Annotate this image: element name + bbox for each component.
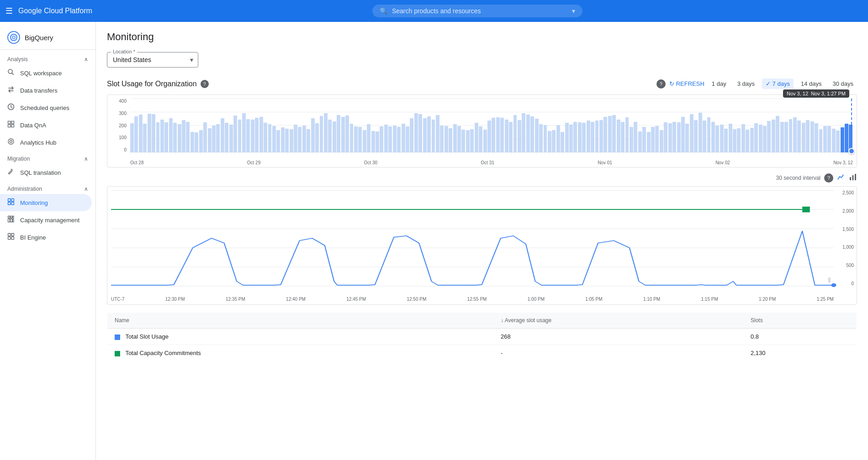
page-title: Monitoring [107,31,857,43]
bar [634,122,637,152]
bar [578,122,582,152]
bar [134,116,138,152]
bar [242,113,246,152]
bar [233,115,237,152]
svg-rect-8 [11,125,14,127]
dashed-line [851,99,852,152]
svg-rect-12 [11,199,14,202]
bar [625,117,629,152]
bar [143,124,147,152]
time-btn-7days[interactable]: 7 days [762,78,794,89]
bar [535,119,539,152]
table-header-avg-slot-usage[interactable]: ↓ Average slot usage [493,313,743,329]
bar-chart-view-icon[interactable] [849,173,857,183]
interval-label: 30 second interval [776,175,820,181]
bar [836,131,840,152]
bar [513,115,517,152]
table-header-name: Name [107,313,494,329]
bar [518,120,521,152]
bar [776,116,779,152]
time-btn-3days[interactable]: 3 days [734,78,758,89]
search-bar[interactable]: 🔍 Search products and resources ▾ [372,5,582,17]
bar [802,123,805,152]
section-analysis[interactable]: Analysis ∧ [0,52,95,64]
bar [363,130,366,152]
sidebar-item-analytics-hub[interactable]: Analytics Hub [0,134,92,151]
section-migration[interactable]: Migration ∧ [0,151,95,164]
svg-rect-24 [11,237,14,240]
bar [690,114,693,152]
sidebar-item-scheduled-queries[interactable]: Scheduled queries [0,99,92,116]
svg-rect-22 [11,234,14,236]
bar [268,124,272,153]
bar [509,122,513,152]
bar [591,122,594,152]
sidebar-item-monitoring[interactable]: Monitoring [0,194,92,211]
bar [487,120,491,152]
bar [582,123,586,152]
bar [457,126,461,152]
menu-icon[interactable]: ☰ [5,6,13,16]
bar [720,125,724,152]
time-btn-1day[interactable]: 1 day [708,78,730,89]
sidebar-item-data-transfers[interactable]: Data transfers [0,82,92,99]
bar [655,126,659,152]
refresh-button[interactable]: ↻ REFRESH [669,80,704,87]
bar [561,132,564,152]
bar [169,118,173,152]
bar [841,127,844,152]
sidebar-item-sql-workspace[interactable]: SQL workspace [0,64,92,82]
chart-help-button[interactable]: ? [656,79,666,89]
bar [724,129,728,152]
sidebar-item-analytics-hub-label: Analytics Hub [20,139,56,146]
svg-rect-17 [13,216,14,218]
sidebar-item-data-qna-label: Data QnA [20,122,46,129]
bar [664,122,667,152]
chart-title-help-icon[interactable]: ? [201,80,209,88]
bar [475,123,478,152]
bar [164,122,168,152]
bar [729,124,732,152]
sidebar-item-data-transfers-label: Data transfers [20,87,58,94]
interval-controls: 30 second interval ? [107,173,857,183]
bar-chart: 400 300 200 100 0 [107,94,857,167]
line-chart-icon[interactable] [837,173,845,183]
sidebar-item-capacity-management[interactable]: Capacity management [0,211,92,229]
svg-rect-20 [13,219,14,222]
interval-help-icon[interactable]: ? [824,173,833,183]
search-placeholder: Search products and resources [392,7,567,15]
table-cell-name-1: Total Slot Usage [107,329,494,345]
bar [595,120,599,152]
section-analysis-label: Analysis [7,56,28,63]
product-header[interactable]: BigQuery [0,26,95,50]
bar [763,126,767,152]
sidebar-item-data-qna[interactable]: Data QnA [0,116,92,134]
bar [621,122,625,152]
data-qna-icon [7,120,15,130]
main-layout: BigQuery Analysis ∧ SQL workspace Data t… [0,22,868,460]
bar [522,113,525,152]
sidebar-item-bi-engine[interactable]: BI Engine [0,229,92,246]
svg-rect-6 [11,121,14,124]
table-header-slots: Slots [743,313,857,329]
bar [737,128,741,152]
sidebar-item-sql-translation[interactable]: SQL translation [0,164,92,181]
tooltip-dot [848,148,855,154]
bar [548,131,551,152]
time-btn-30days[interactable]: 30 days [829,78,857,89]
bar [569,125,573,152]
bar [152,114,155,152]
svg-rect-21 [8,234,11,236]
bar [470,129,474,152]
bar [793,117,797,152]
dropdown-arrow-icon: ▾ [190,56,193,63]
bar [432,120,435,152]
bar [238,120,242,152]
column-resize-icon[interactable]: ⦀ [828,276,831,284]
svg-rect-11 [8,199,11,202]
location-dropdown[interactable]: Location * United States ▾ [107,52,198,68]
time-btn-14days[interactable]: 14 days [797,78,826,89]
bar [376,131,379,152]
bar [397,127,401,152]
section-administration[interactable]: Administration ∧ [0,181,95,194]
